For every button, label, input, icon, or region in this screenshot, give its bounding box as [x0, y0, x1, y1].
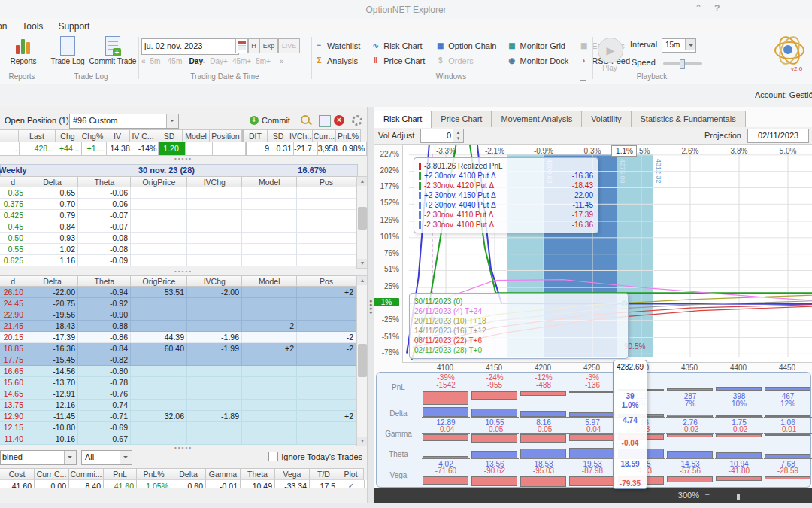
scroll-down-icon[interactable]: ▼ — [357, 259, 368, 268]
ribbon-collapse-icon[interactable]: ⌃ — [695, 3, 702, 14]
chart-tab[interactable]: Statistics & Fundamentals — [631, 111, 746, 127]
splitter-dots[interactable]: ••••• — [0, 157, 367, 163]
scrollbar-thumb[interactable] — [358, 207, 367, 230]
position-select[interactable]: #96 Custom — [69, 114, 179, 129]
play-button[interactable]: ▶ — [598, 38, 623, 63]
menu-item[interactable]: Tools — [14, 19, 50, 32]
table-row[interactable]: 0.3750.70-0.06 — [0, 199, 356, 210]
commit-trade-button[interactable]: + Commit Trade — [89, 36, 137, 65]
table-row[interactable]: 15.60-13.70-0.78 — [0, 377, 356, 388]
time-step-button[interactable]: 5m- — [150, 57, 163, 65]
table-row[interactable]: 0.551.02-0.08 — [0, 244, 356, 255]
risk-chart-plot[interactable]: 4200.634275.094312.324077 -3.3%-2.1%-0.9… — [402, 144, 812, 363]
greeks-cell: 5.97 — [568, 404, 617, 424]
reports-button[interactable]: Reports — [6, 36, 41, 65]
table-row[interactable]: 0.6251.16-0.09 — [0, 255, 356, 266]
table-row[interactable]: 21.45-18.43-0.88-2 — [0, 321, 356, 332]
windows-toggle[interactable]: Σ Analysis — [314, 53, 360, 68]
windows-toggle[interactable]: ▦ Monitor Grid — [507, 38, 568, 53]
time-step-button[interactable]: 5m+ — [256, 57, 271, 65]
table-row[interactable]: 17.75-15.45-0.82 — [0, 354, 356, 366]
table-cell — [131, 366, 187, 377]
scroll-up-icon[interactable]: ▲ — [357, 276, 368, 285]
windows-dialog-launcher-icon[interactable] — [580, 75, 586, 81]
time-step-button[interactable]: Day+ — [210, 57, 228, 65]
bar — [520, 391, 566, 396]
menu-item[interactable]: on — [0, 19, 14, 32]
legend-item: 02/11/2023 (28) T+0 — [414, 345, 623, 355]
table-row[interactable]: 16.65-14.56-0.80 — [0, 366, 356, 377]
spinner-arrows-icon[interactable]: ▲▼ — [453, 129, 463, 142]
live-button[interactable]: LIVE — [278, 38, 300, 53]
scroll-down-icon[interactable]: ▼ — [357, 437, 368, 446]
table-row[interactable]: 0.500.93-0.08 — [0, 233, 356, 244]
chart-tab[interactable]: Movement Analysis — [491, 111, 582, 127]
zoom-slider[interactable] — [714, 497, 807, 497]
bar-value: -71.60 — [422, 467, 470, 475]
nav-forward-icon[interactable]: » — [280, 57, 284, 65]
table-row[interactable]: 14.65-12.91-0.76 — [0, 388, 356, 400]
nav-back-icon[interactable]: « — [141, 57, 146, 65]
x-axis-label: 4100 — [429, 364, 462, 372]
time-step-button[interactable]: 45m- — [168, 57, 185, 65]
windows-toggle[interactable]: ∿ Risk Chart — [371, 38, 425, 53]
chart-status-bar: 300% − — [374, 488, 812, 503]
close-position-icon[interactable]: × — [334, 115, 344, 126]
commit-button[interactable]: +Commit — [248, 114, 295, 127]
windows-toggle[interactable]: ‖ Price Chart — [371, 53, 425, 68]
table-cell: 15.60 — [0, 377, 26, 388]
chart-tab[interactable]: Risk Chart — [374, 111, 432, 128]
bar-value: -87.98 — [568, 467, 617, 475]
splitter-dots[interactable]: ••••• — [0, 269, 367, 275]
table-row[interactable]: 12.90-11.45-0.7132.06-1.89+2 — [0, 411, 356, 422]
table-row[interactable]: 24.45-20.75-0.92 — [0, 298, 356, 309]
summary-header-cell: Last — [19, 129, 56, 143]
scroll-up-icon[interactable]: ▲ — [357, 177, 368, 186]
zoom-out-icon[interactable]: − — [705, 490, 710, 499]
exp-button[interactable]: Exp — [259, 38, 278, 53]
table-row[interactable]: 18.85-16.36-0.8460.40-1.99+2-2 — [0, 343, 356, 354]
table-cell: -0.76 — [78, 388, 131, 400]
table-row[interactable]: 0.350.65-0.06 — [0, 187, 356, 199]
windows-item-label: Risk Chart — [383, 41, 422, 50]
scrollbar-thumb[interactable] — [358, 344, 367, 377]
windows-toggle[interactable]: $ Orders — [435, 53, 496, 68]
windows-toggle[interactable]: ◉ Monitor Dock — [507, 53, 568, 68]
table-row[interactable]: 11.40-10.16-0.67 — [0, 433, 356, 445]
interval-select[interactable]: 15m — [662, 38, 696, 53]
search-icon[interactable] — [301, 115, 310, 124]
all-select[interactable]: All — [81, 450, 132, 465]
table-row[interactable]: 12.15-10.80-0.69 — [0, 422, 356, 433]
summary-header-cell: Curr... — [313, 129, 336, 143]
windows-toggle[interactable]: ▦ Option Chain — [435, 38, 496, 53]
chart-tab[interactable]: Price Chart — [431, 111, 492, 127]
speed-slider[interactable] — [663, 62, 702, 65]
windows-toggle[interactable]: ≡ Watchlist — [314, 38, 360, 53]
help-icon[interactable]: ? — [714, 3, 720, 14]
chart-tab[interactable]: Volatility — [581, 111, 631, 127]
weekly-expiry-band[interactable]: Weekly 30 nov. 23 (28) 16.67% — [0, 164, 358, 177]
projection-date-input[interactable]: 02/11/2023 — [747, 129, 809, 143]
vol-adjust-stepper[interactable]: 0▲▼ — [420, 129, 464, 143]
speed-slider-thumb[interactable] — [680, 59, 685, 69]
table-row[interactable]: 22.90-19.56-0.90 — [0, 309, 356, 321]
time-step-button[interactable]: 45m+ — [232, 57, 251, 65]
trade-log-button[interactable]: Trade Log — [48, 36, 87, 65]
table-row[interactable]: 0.450.84-0.07 — [0, 221, 356, 233]
table-row[interactable]: 0.4250.79-0.07 — [0, 210, 356, 221]
combined-select[interactable]: bined — [0, 450, 77, 465]
zoom-slider-thumb[interactable] — [737, 494, 740, 500]
summary-header-cell: IV C... — [130, 129, 156, 143]
gear-icon[interactable] — [352, 115, 362, 126]
ignore-trades-checkbox[interactable] — [268, 452, 278, 461]
hover-value: -0.04 — [614, 439, 647, 447]
time-step-button[interactable]: Day- — [189, 57, 206, 65]
hour-button[interactable]: H — [248, 38, 259, 53]
table-row[interactable]: 13.75-12.16-0.74 — [0, 400, 356, 411]
option-chain-view-icon[interactable] — [319, 115, 331, 127]
calendar-icon[interactable] — [235, 38, 248, 53]
trading-date-input[interactable]: ju. 02 nov. 2023 — [141, 38, 239, 55]
table-row[interactable]: 20.15-17.39-0.8644.39-1.96-2 — [0, 332, 356, 343]
menu-item[interactable]: Support — [50, 19, 97, 32]
table-row[interactable]: 26.10-22.00-0.9453.51-2.00+2 — [0, 287, 356, 298]
